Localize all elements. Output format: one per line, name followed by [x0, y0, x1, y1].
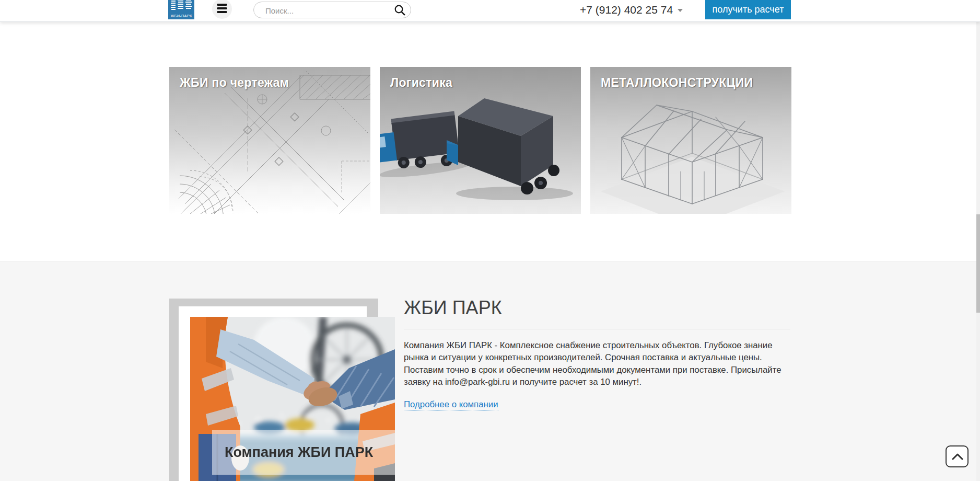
- banner-title: Логистика: [390, 76, 452, 90]
- about-paragraph: Компания ЖБИ ПАРК - Комплексное снабжени…: [404, 339, 781, 388]
- scrollbar-track: [976, 0, 980, 481]
- chevron-up-icon: [952, 453, 963, 460]
- photo-caption-strip: Компания ЖБИ ПАРК: [212, 430, 395, 475]
- hamburger-menu-button[interactable]: [212, 0, 232, 19]
- company-photo: Компания ЖБИ ПАРК: [190, 317, 395, 481]
- logo[interactable]: ЖБИ-ПАРК: [168, 0, 194, 19]
- chevron-down-icon: [678, 9, 683, 12]
- logo-text: ЖБИ-ПАРК: [168, 14, 194, 18]
- banner-title: ЖБИ по чертежам: [180, 76, 289, 90]
- search-box: [253, 2, 411, 18]
- get-quote-button[interactable]: получить расчет: [705, 0, 791, 19]
- paragraph-line: рынка и ситуации у конкретных производит…: [404, 351, 781, 363]
- search-icon[interactable]: [394, 4, 406, 16]
- paragraph-line: заявку на info@park-gbi.ru и получите ра…: [404, 376, 781, 388]
- page: ЖБИ-ПАРК +7 (912) 402 25 74 получить рас…: [0, 0, 980, 481]
- paragraph-line: Поставим точно в срок и обеспечим необхо…: [404, 364, 781, 376]
- banner-card-metal-structures[interactable]: МЕТАЛЛОКОНСТРУКЦИИ: [590, 67, 791, 214]
- scrollbar-thumb[interactable]: [976, 214, 980, 313]
- banner-card-drawings[interactable]: ЖБИ по чертежам: [169, 67, 370, 214]
- heading-divider: [404, 329, 790, 329]
- banner-title: МЕТАЛЛОКОНСТРУКЦИИ: [601, 76, 753, 90]
- phone-number[interactable]: +7 (912) 402 25 74: [580, 0, 683, 20]
- search-input[interactable]: [264, 2, 387, 19]
- header: ЖБИ-ПАРК +7 (912) 402 25 74 получить рас…: [0, 0, 980, 22]
- about-more-link[interactable]: Подробнее о компании: [404, 399, 498, 410]
- banner-card-logistics[interactable]: Логистика: [380, 67, 581, 214]
- scroll-to-top-button[interactable]: [946, 445, 969, 467]
- paragraph-line: Компания ЖБИ ПАРК - Комплексное снабжени…: [404, 339, 781, 351]
- photo-caption: Компания ЖБИ ПАРК: [225, 430, 373, 475]
- hamburger-icon: [217, 4, 227, 6]
- about-heading: ЖБИ ПАРК: [404, 297, 502, 319]
